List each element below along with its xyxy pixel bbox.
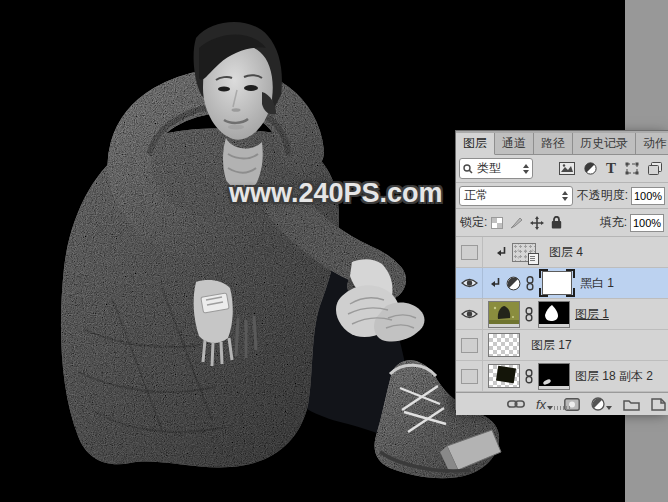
layer4-thumbnail[interactable] bbox=[512, 243, 536, 262]
blend-mode-select[interactable]: 正常 bbox=[459, 186, 573, 206]
layer18copy2-mask-thumbnail[interactable] bbox=[538, 363, 570, 390]
layer-row-layer17[interactable]: 图层 17 bbox=[456, 330, 668, 361]
new-adjustment-layer-button[interactable] bbox=[591, 397, 612, 411]
layer-name: 黑白 1 bbox=[580, 275, 614, 292]
filter-type-select[interactable]: 类型 bbox=[459, 158, 533, 179]
watermark-text: www.240PS.com bbox=[229, 178, 443, 209]
layer1-thumbnail[interactable] bbox=[488, 301, 520, 328]
visibility-toggle[interactable] bbox=[456, 299, 483, 329]
new-layer-icon[interactable] bbox=[651, 398, 666, 411]
opacity-input[interactable] bbox=[631, 187, 665, 205]
blend-mode-value: 正常 bbox=[464, 187, 488, 204]
layer17-thumbnail[interactable] bbox=[488, 333, 520, 357]
visibility-toggle[interactable] bbox=[456, 330, 483, 360]
visibility-toggle[interactable] bbox=[456, 237, 483, 267]
thumbnail-content bbox=[496, 366, 516, 384]
layer-row-blackwhite1[interactable]: 黑白 1 bbox=[456, 268, 668, 299]
adjustment-layer-filter-icon[interactable] bbox=[584, 162, 597, 175]
search-icon bbox=[463, 164, 473, 174]
eye-icon bbox=[461, 308, 478, 320]
layers-panel: 图层 通道 路径 历史记录 动作 类型 T bbox=[455, 130, 668, 410]
lock-label: 锁定: bbox=[460, 214, 487, 231]
blackwhite1-mask-thumbnail[interactable] bbox=[539, 269, 575, 297]
lock-pixels-brush-icon[interactable] bbox=[510, 216, 523, 229]
panel-resize-gripper[interactable] bbox=[554, 406, 570, 410]
visibility-empty-well bbox=[461, 245, 478, 260]
lock-all-padlock-icon[interactable] bbox=[551, 216, 562, 229]
photoshop-workspace: { "image": { "watermark": "www.240PS.com… bbox=[0, 0, 668, 502]
layer-name: 图层 1 bbox=[575, 306, 609, 323]
lock-position-move-icon[interactable] bbox=[530, 216, 544, 230]
smart-filter-badge-icon bbox=[528, 253, 539, 265]
tab-actions[interactable]: 动作 bbox=[636, 133, 668, 154]
link-layers-icon[interactable] bbox=[507, 399, 525, 409]
visibility-empty-well bbox=[461, 369, 478, 384]
layer-list: 图层 4 bbox=[456, 237, 668, 392]
fx-label: fx bbox=[536, 398, 546, 411]
layer-name: 图层 4 bbox=[549, 244, 583, 261]
select-arrows-icon bbox=[562, 191, 568, 201]
type-layer-filter-icon[interactable]: T bbox=[606, 160, 616, 177]
shape-layer-filter-icon[interactable] bbox=[625, 162, 639, 175]
pixel-layer-filter-icon[interactable] bbox=[559, 162, 575, 175]
new-group-folder-icon[interactable] bbox=[623, 398, 640, 411]
layer-row-layer4[interactable]: 图层 4 bbox=[456, 237, 668, 268]
layer-name: 图层 18 副本 2 bbox=[575, 368, 653, 385]
panel-tab-bar: 图层 通道 路径 历史记录 动作 bbox=[456, 131, 668, 155]
fill-label: 填充: bbox=[600, 214, 627, 231]
blend-opacity-bar: 正常 不透明度: bbox=[456, 183, 668, 209]
layer-filter-bar: 类型 T bbox=[456, 155, 668, 183]
opacity-label: 不透明度: bbox=[577, 187, 628, 204]
dropdown-caret-icon bbox=[547, 406, 553, 410]
layer-style-button[interactable]: fx bbox=[536, 398, 553, 411]
layer1-mask-thumbnail[interactable] bbox=[538, 301, 570, 328]
fill-input[interactable] bbox=[630, 214, 664, 232]
tab-channels[interactable]: 通道 bbox=[495, 133, 534, 154]
layer-row-layer18copy2[interactable]: 图层 18 副本 2 bbox=[456, 361, 668, 392]
mask-link-icon[interactable] bbox=[525, 307, 533, 322]
clipping-mask-arrow-icon bbox=[496, 247, 507, 258]
eye-icon bbox=[461, 277, 478, 289]
select-arrows-icon bbox=[523, 164, 529, 174]
smart-object-filter-icon[interactable] bbox=[648, 162, 662, 175]
layer18copy2-thumbnail[interactable] bbox=[488, 364, 520, 388]
visibility-toggle[interactable] bbox=[456, 268, 483, 298]
tab-paths[interactable]: 路径 bbox=[534, 133, 573, 154]
adjustment-layer-icon bbox=[506, 276, 521, 291]
tab-history[interactable]: 历史记录 bbox=[573, 133, 636, 154]
clipping-mask-arrow-icon bbox=[490, 278, 501, 289]
visibility-empty-well bbox=[461, 338, 478, 353]
filter-type-label: 类型 bbox=[477, 160, 501, 177]
mask-link-icon[interactable] bbox=[525, 369, 533, 384]
mask-link-icon[interactable] bbox=[526, 276, 534, 291]
lock-transparency-icon[interactable] bbox=[491, 217, 503, 229]
layer-row-layer1[interactable]: 图层 1 bbox=[456, 299, 668, 330]
dropdown-caret-icon bbox=[606, 406, 612, 410]
layer-name: 图层 17 bbox=[531, 337, 572, 354]
layers-panel-bottom-bar: fx bbox=[456, 392, 668, 415]
lock-fill-bar: 锁定: 填充: bbox=[456, 209, 668, 237]
visibility-toggle[interactable] bbox=[456, 361, 483, 391]
tab-layers[interactable]: 图层 bbox=[456, 133, 495, 155]
